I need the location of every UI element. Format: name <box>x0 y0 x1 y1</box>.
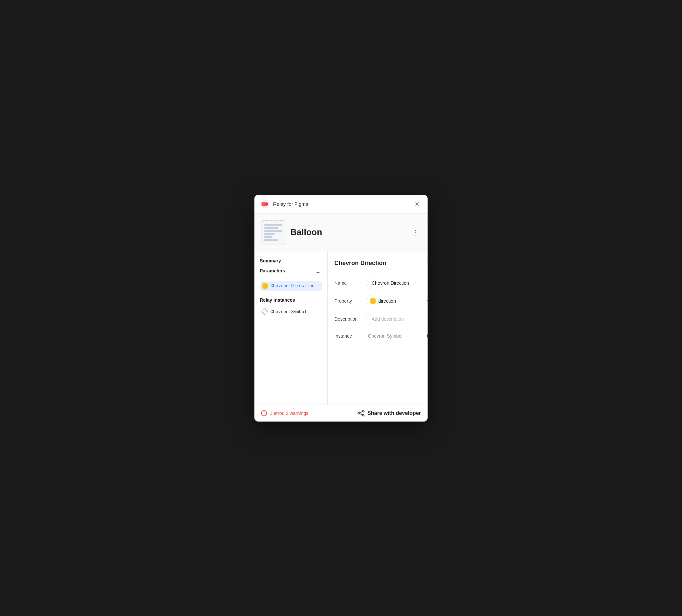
component-header-left: Balloon <box>261 221 322 244</box>
parameter-label: Chevron Direction <box>270 283 315 288</box>
summary-section-title: Summary <box>260 258 322 264</box>
svg-point-9 <box>358 412 360 414</box>
name-field-row: Name <box>334 277 428 289</box>
property-warning-icon: ! <box>370 298 376 304</box>
property-select[interactable]: ! direction ∨ <box>367 295 428 307</box>
description-field-row: Description <box>334 313 428 325</box>
relay-instances-section: Relay instances Chevron Symbol <box>260 297 322 316</box>
close-button[interactable]: ✕ <box>412 200 422 209</box>
property-field-row: Property ! direction ∨ <box>334 295 428 307</box>
add-parameter-button[interactable]: + <box>314 269 322 277</box>
instance-field-row: Instance Chevron Symbol <box>334 330 428 341</box>
parameters-section-title: Parameters <box>260 268 285 273</box>
title-bar: Relay for Figma ✕ <box>254 195 428 214</box>
chevron-down-icon: ∨ <box>427 298 428 304</box>
property-label: Property <box>334 298 363 304</box>
more-options-button[interactable]: ⋮ <box>410 227 421 238</box>
crosshair-icon <box>426 332 428 340</box>
thumb-line-2 <box>264 227 278 229</box>
instance-label: Chevron Symbol <box>270 309 307 314</box>
footer: ! 1 error, 2 warnings Share with develop… <box>254 405 428 421</box>
error-status: ! 1 error, 2 warnings <box>261 410 309 416</box>
thumb-line-6 <box>264 239 278 241</box>
property-value: direction <box>378 298 396 304</box>
left-panel: Summary Parameters + ! Chevron Direction… <box>254 251 328 405</box>
app-title: Relay for Figma <box>273 201 309 207</box>
error-message: 1 error, 2 warnings <box>270 411 309 416</box>
name-label: Name <box>334 280 363 286</box>
main-content: Summary Parameters + ! Chevron Direction… <box>254 251 428 405</box>
thumb-line-1 <box>264 224 282 226</box>
diamond-icon <box>262 308 268 315</box>
thumb-line-5 <box>264 236 272 238</box>
panel-title: Chevron Direction <box>334 260 386 267</box>
more-options-icon: ⋮ <box>412 228 419 236</box>
title-bar-left: Relay for Figma <box>260 200 309 209</box>
svg-line-12 <box>359 414 362 415</box>
error-icon: ! <box>261 410 267 416</box>
warning-icon: ! <box>263 283 268 289</box>
target-button[interactable] <box>424 330 428 341</box>
property-select-inner: ! direction <box>370 298 396 304</box>
add-icon: + <box>316 269 320 276</box>
right-panel-header: Chevron Direction 🗑 <box>334 258 428 269</box>
instance-value: Chevron Symbol <box>367 333 420 339</box>
component-thumbnail <box>261 221 285 244</box>
description-input[interactable] <box>367 313 428 325</box>
thumbnail-preview <box>264 224 282 241</box>
right-panel: Chevron Direction 🗑 Name Property ! <box>328 251 428 405</box>
thumb-line-4 <box>264 233 275 235</box>
app-window: Relay for Figma ✕ Balloon ⋮ <box>254 195 428 421</box>
name-input[interactable] <box>367 277 428 289</box>
parameter-item-chevron-direction[interactable]: ! Chevron Direction <box>260 281 322 291</box>
parameters-header: Parameters + <box>260 268 322 278</box>
component-header: Balloon ⋮ <box>254 214 428 251</box>
description-label: Description <box>334 316 363 322</box>
relay-logo-icon <box>260 200 270 209</box>
share-button[interactable]: Share with developer <box>357 410 421 417</box>
svg-point-8 <box>363 410 364 412</box>
svg-point-10 <box>363 414 364 416</box>
instance-label: Instance <box>334 333 363 339</box>
component-name: Balloon <box>290 227 322 237</box>
delete-button[interactable]: 🗑 <box>424 258 428 269</box>
share-icon <box>357 410 365 417</box>
svg-line-11 <box>359 412 362 413</box>
instance-item-chevron-symbol[interactable]: Chevron Symbol <box>260 307 322 316</box>
trash-icon: 🗑 <box>427 260 428 267</box>
svg-point-2 <box>265 202 268 206</box>
relay-instances-title: Relay instances <box>260 297 322 303</box>
thumb-line-3 <box>264 230 282 232</box>
share-label: Share with developer <box>367 410 421 416</box>
